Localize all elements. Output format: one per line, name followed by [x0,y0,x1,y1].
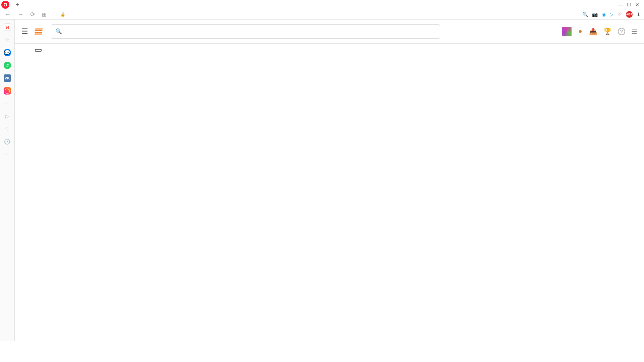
minimize-icon[interactable]: — [618,2,623,7]
easy-setup-icon[interactable]: ◉ [602,12,606,17]
speed-dial-icon[interactable]: ▦ [41,12,48,17]
format-toolbar [25,47,634,56]
search-input[interactable]: 🔍 [51,24,440,39]
opera-icon[interactable]: O [1,1,9,9]
vpn-badge[interactable] [52,14,56,15]
maximize-icon[interactable]: ☐ [627,2,631,7]
messenger-icon[interactable]: 💬 [4,49,11,56]
avatar[interactable] [562,27,572,36]
more-icon[interactable]: ⋯ [4,151,11,158]
so-logo[interactable] [35,28,44,35]
trophy-icon[interactable]: 🏆 [603,27,612,36]
camera-icon[interactable]: 📷 [592,12,598,17]
search-icon: 🔍 [55,28,62,35]
download-icon[interactable]: ⬇ [637,12,641,17]
star-icon[interactable]: ☆ [4,36,11,44]
heart-sidebar-icon[interactable]: ♡ [4,125,11,133]
address-bar-row: ← → ⟳ ▦ 🔒 🔍 📷 ◉ ▷ ♡ ABP ⬇ [0,9,644,19]
nav-drawer-icon[interactable]: ☰ [631,27,637,36]
browser-tabs: O + — ☐ ✕ [0,0,644,9]
forward-button[interactable]: → [16,11,25,18]
close-icon[interactable]: ✕ [635,2,639,7]
heart-icon[interactable]: ♡ [618,12,622,17]
back-button[interactable]: ← [3,11,12,18]
vk-icon[interactable]: VK [4,74,11,82]
dots-icon[interactable]: ⋯ [4,100,11,107]
inbox-icon[interactable]: 📥 [589,27,597,36]
new-tab-button[interactable]: + [13,1,22,9]
sync-icon[interactable]: ▷ [610,12,613,17]
so-header: ☰ 🔍 📥 🏆 ? ☰ [15,19,644,44]
send-icon[interactable]: ▷ [4,113,11,120]
adblock-icon[interactable]: ABP [626,11,633,18]
so-logo-icon [35,28,43,35]
code-button[interactable] [35,49,42,52]
history-icon[interactable]: 🕒 [4,138,11,145]
whatsapp-icon[interactable]: ✆ [4,62,11,69]
reputation-badge[interactable] [578,30,583,33]
help-icon[interactable]: ? [618,28,625,35]
menu-icon[interactable]: ☰ [21,27,28,36]
reload-button[interactable]: ⟳ [29,11,37,18]
browser-sidebar: Я ☆ 💬 ✆ VK ◯ ⋯ ▷ ♡ 🕒 ⋯ [0,19,15,341]
lock-icon: 🔒 [60,12,65,17]
yandex-icon[interactable]: Я [4,23,11,31]
search-icon[interactable]: 🔍 [582,12,588,17]
instagram-icon[interactable]: ◯ [4,87,11,95]
bronze-dot-icon [579,30,582,33]
so-body [15,44,644,59]
